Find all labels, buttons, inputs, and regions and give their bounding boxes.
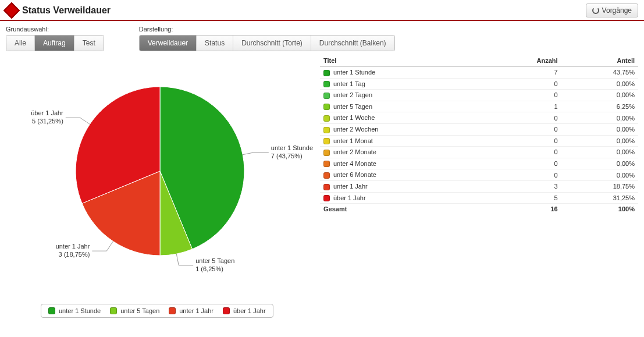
callout-line: [176, 254, 193, 265]
col-title: Titel: [320, 55, 486, 67]
legend-swatch-icon: [223, 307, 230, 314]
legend-item: unter 5 Tagen: [110, 307, 159, 314]
row-swatch-icon: [323, 115, 330, 122]
chart-column: unter 1 Stunde7 (43,75%)unter 5 Tagen1 (…: [6, 55, 314, 318]
col-count: Anzahl: [486, 55, 561, 67]
legend-item: unter 1 Jahr: [169, 307, 214, 314]
callout-label: unter 1 Jahr: [56, 243, 90, 250]
grundauswahl-segmented: AlleAuftragTest: [6, 35, 104, 51]
grundauswahl-label: Grundauswahl:: [6, 26, 104, 33]
table-row: unter 1 Tag00,00%: [320, 78, 638, 90]
actions-button-label: Vorgänge: [602, 6, 632, 15]
callout-value: 5 (31,25%): [32, 118, 63, 125]
darstellung-option-3[interactable]: Durchschnitt (Balken): [311, 36, 394, 51]
callout-value: 7 (43,75%): [271, 152, 303, 159]
table-row: über 1 Jahr531,25%: [320, 192, 638, 204]
col-share: Anteil: [561, 55, 638, 67]
table-total-row: Gesamt16100%: [320, 204, 638, 215]
row-swatch-icon: [323, 138, 330, 144]
row-swatch-icon: [323, 81, 330, 87]
table-row: unter 4 Monate00,00%: [320, 158, 638, 169]
actions-button[interactable]: Vorgänge: [586, 3, 638, 17]
row-swatch-icon: [323, 150, 330, 156]
legend-swatch-icon: [110, 307, 117, 314]
row-swatch-icon: [323, 93, 330, 99]
callout-label: unter 5 Tagen: [195, 257, 234, 264]
callout-value: 3 (18,75%): [59, 251, 90, 258]
table-column: Titel Anzahl Anteil unter 1 Stunde743,75…: [320, 55, 638, 318]
darstellung-option-2[interactable]: Durchschnitt (Torte): [233, 36, 311, 51]
header-bar: Status Verweildauer Vorgänge: [0, 0, 644, 21]
row-swatch-icon: [323, 161, 330, 167]
row-swatch-icon: [323, 172, 330, 179]
row-swatch-icon: [323, 104, 330, 110]
pie-chart: unter 1 Stunde7 (43,75%)unter 5 Tagen1 (…: [6, 55, 314, 299]
chart-legend: unter 1 Stundeunter 5 Tagenunter 1 Jahrü…: [41, 304, 273, 318]
callout-line: [243, 152, 269, 155]
table-row: unter 1 Woche00,00%: [320, 112, 638, 124]
grundauswahl-option-2[interactable]: Test: [74, 36, 104, 51]
callout-line: [66, 118, 90, 124]
row-swatch-icon: [323, 127, 330, 133]
table-row: unter 1 Monat00,00%: [320, 135, 638, 147]
page-title: Status Verweildauer: [22, 5, 111, 16]
table-row: unter 1 Stunde743,75%: [320, 67, 638, 79]
darstellung-segmented: VerweildauerStatusDurchschnitt (Torte)Du…: [139, 35, 395, 51]
row-swatch-icon: [323, 195, 330, 201]
table-row: unter 5 Tagen16,25%: [320, 101, 638, 112]
filter-bar: Grundauswahl: AlleAuftragTest Darstellun…: [0, 21, 644, 55]
callout-label: über 1 Jahr: [31, 109, 63, 116]
legend-swatch-icon: [48, 307, 55, 314]
callout-value: 1 (6,25%): [195, 265, 223, 272]
grundauswahl-option-0[interactable]: Alle: [6, 36, 35, 51]
table-row: unter 2 Monate00,00%: [320, 147, 638, 158]
reload-icon: [592, 7, 599, 14]
darstellung-label: Darstellung:: [139, 26, 395, 33]
callout-label: unter 1 Stunde: [271, 144, 313, 151]
data-table: Titel Anzahl Anteil unter 1 Stunde743,75…: [320, 55, 638, 214]
table-row: unter 1 Jahr318,75%: [320, 180, 638, 192]
darstellung-option-0[interactable]: Verweildauer: [140, 36, 197, 51]
callout-line: [92, 242, 113, 251]
legend-item: unter 1 Stunde: [48, 307, 101, 314]
table-row: unter 6 Monate00,00%: [320, 169, 638, 181]
table-row: unter 2 Tagen00,00%: [320, 90, 638, 101]
legend-item: über 1 Jahr: [223, 307, 266, 314]
legend-swatch-icon: [169, 307, 176, 314]
grundauswahl-option-1[interactable]: Auftrag: [35, 36, 74, 51]
row-swatch-icon: [323, 184, 330, 190]
app-logo-icon: [3, 2, 20, 19]
table-row: unter 2 Wochen00,00%: [320, 123, 638, 135]
darstellung-option-1[interactable]: Status: [197, 36, 233, 51]
row-swatch-icon: [323, 70, 330, 76]
